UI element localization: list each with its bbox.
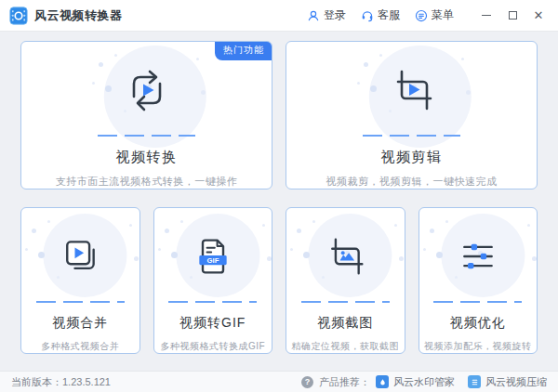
- close-button[interactable]: ✕: [528, 6, 549, 26]
- card-title: 视频转换: [116, 149, 178, 166]
- headset-icon: [361, 9, 374, 22]
- video-merge-icon: [60, 236, 100, 277]
- dash-underline: [168, 301, 257, 303]
- card-title: 视频剪辑: [381, 149, 443, 166]
- card-desc: 视频裁剪，视频剪辑，一键快速完成: [326, 175, 498, 189]
- card-desc: 支持市面主流视频格式转换，一键操作: [56, 175, 238, 189]
- card-title: 视频优化: [450, 315, 506, 332]
- gif-file-icon: GIF: [193, 236, 233, 277]
- version-label: 当前版本：: [11, 375, 62, 389]
- screenshot-icon: [325, 236, 365, 277]
- dash-underline: [98, 135, 195, 137]
- video-convert-icon: [125, 68, 169, 112]
- help-icon: ?: [301, 376, 313, 388]
- card-title: 视频截图: [317, 315, 373, 332]
- card-video-edit[interactable]: 视频剪辑 视频裁剪，视频剪辑，一键快速完成: [286, 41, 538, 189]
- card-desc: 多种格式视频合并: [41, 340, 119, 353]
- compress-app-icon: [468, 375, 481, 388]
- svg-text:GIF: GIF: [206, 256, 219, 265]
- watermark-app-icon: [376, 375, 389, 388]
- featured-row: 热门功能 视频转换 支持市面主流视频格式转换，一键操作: [20, 41, 538, 189]
- titlebar: 风云视频转换器 登录 客服 菜单 ✕: [0, 0, 558, 32]
- video-edit-icon: [390, 68, 434, 112]
- window-controls: ✕: [471, 6, 549, 26]
- card-video-screenshot[interactable]: 视频截图 精确定位视频，获取截图: [286, 207, 405, 354]
- card-video-optimize[interactable]: 视频优化 视频添加配乐，视频旋转: [418, 207, 538, 354]
- dash-underline: [301, 301, 390, 303]
- product-compress-link[interactable]: 风云视频压缩: [468, 375, 547, 389]
- card-desc: 视频添加配乐，视频旋转: [424, 340, 532, 353]
- card-desc: 多种视频格式转换成GIF: [160, 340, 265, 353]
- sliders-icon: [458, 236, 498, 277]
- maximize-icon: [509, 11, 517, 20]
- tools-row: 视频合并 多种格式视频合并 GIF 视频转GIF: [20, 207, 538, 354]
- recommend-label: 产品推荐：: [319, 375, 370, 389]
- menu-icon: [415, 9, 428, 22]
- product-recommendations: ? 产品推荐： 风云水印管家 风云视频压缩: [301, 375, 547, 389]
- card-title: 视频转GIF: [179, 315, 246, 332]
- app-title: 风云视频转换器: [34, 7, 123, 24]
- main-area: 热门功能 视频转换 支持市面主流视频格式转换，一键操作: [0, 32, 558, 371]
- menu-button[interactable]: 菜单: [415, 7, 454, 23]
- card-desc: 精确定位视频，获取截图: [292, 340, 400, 353]
- version-value: 1.23.5.121: [62, 376, 111, 387]
- product-watermark-link[interactable]: 风云水印管家: [376, 375, 455, 389]
- user-icon: [307, 9, 320, 22]
- card-video-convert[interactable]: 热门功能 视频转换 支持市面主流视频格式转换，一键操作: [20, 41, 272, 189]
- customer-service-button[interactable]: 客服: [361, 7, 400, 23]
- hot-feature-badge: 热门功能: [215, 41, 272, 60]
- maximize-button[interactable]: [502, 6, 523, 26]
- card-video-merge[interactable]: 视频合并 多种格式视频合并: [20, 207, 140, 354]
- app-logo-icon: [9, 7, 28, 25]
- login-button[interactable]: 登录: [307, 7, 346, 23]
- dash-underline: [36, 301, 125, 303]
- app-window: 风云视频转换器 登录 客服 菜单 ✕: [0, 0, 558, 392]
- card-title: 视频合并: [52, 315, 108, 332]
- dash-underline: [363, 135, 460, 137]
- card-video-to-gif[interactable]: GIF 视频转GIF 多种视频格式转换成GIF: [153, 207, 273, 354]
- minimize-icon: [482, 15, 491, 16]
- statusbar: 当前版本： 1.23.5.121 ? 产品推荐： 风云水印管家 风云视频压缩: [0, 371, 558, 392]
- minimize-button[interactable]: [476, 6, 497, 26]
- dash-underline: [433, 301, 522, 303]
